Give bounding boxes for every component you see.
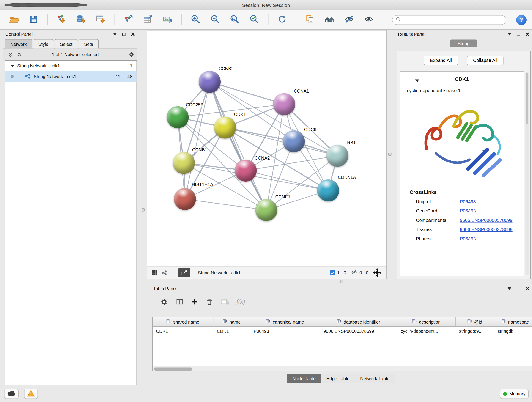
collapse-all-button[interactable]: Collapse All	[467, 56, 504, 65]
add-column-plus-icon[interactable]	[190, 298, 199, 306]
selected-checkbox-icon[interactable]	[330, 270, 335, 275]
warnings-button[interactable]	[24, 389, 38, 399]
zoom-in-button[interactable]	[190, 14, 201, 26]
search-input[interactable]	[403, 17, 503, 22]
network-edge[interactable]	[185, 82, 210, 199]
table-settings-gear-icon[interactable]	[160, 298, 168, 306]
crosslink-pharos-link[interactable]: P06493	[460, 236, 476, 242]
network-edge[interactable]	[246, 171, 328, 191]
column-header-namespace[interactable]: namespac	[494, 317, 532, 327]
tree-expand-caret-icon[interactable]	[11, 63, 14, 69]
panel-menu-icon[interactable]	[507, 32, 512, 37]
copy-document-button[interactable]	[304, 14, 316, 26]
memory-button[interactable]: Memory	[500, 389, 529, 399]
section-collapse-caret-icon[interactable]	[415, 77, 419, 84]
tab-style[interactable]: Style	[33, 39, 54, 49]
import-network-file-button[interactable]	[56, 14, 67, 26]
column-header-description[interactable]: description	[397, 317, 456, 327]
panel-menu-icon[interactable]	[507, 286, 512, 291]
tab-node-table[interactable]: Node Table	[287, 374, 321, 383]
hidden-eye-slash-icon[interactable]	[351, 269, 357, 276]
grid-view-icon[interactable]	[152, 270, 157, 275]
crosslink-genecard-link[interactable]: P06493	[460, 208, 476, 214]
network-canvas[interactable]: CCNB2CCNA1CDC25BCDK1CDC6RB1CCNB1CCNA2CDK…	[147, 31, 386, 266]
column-header-canonical-name[interactable]: canonical name	[250, 317, 320, 327]
column-header-database-identifier[interactable]: database identifier	[320, 317, 398, 327]
delete-column-trash-icon[interactable]	[206, 298, 214, 306]
left-splitter-handle[interactable]	[142, 208, 145, 211]
scrollbar-thumb[interactable]	[154, 367, 192, 370]
network-node-CCNA2[interactable]	[235, 160, 257, 182]
crosslinks-title: CrossLinks	[400, 183, 524, 197]
refresh-button[interactable]	[276, 14, 288, 26]
crosslink-uniprot-link[interactable]: P06493	[460, 199, 476, 204]
network-edge[interactable]	[225, 128, 338, 156]
expand-all-button[interactable]: Expand All	[424, 56, 458, 65]
network-node-CCNB2[interactable]	[199, 71, 221, 93]
export-network-button[interactable]	[123, 14, 134, 26]
import-table-button[interactable]	[95, 14, 107, 26]
column-header-name[interactable]: name	[214, 317, 250, 327]
network-edge[interactable]	[210, 82, 284, 104]
birdseye-network-icon[interactable]	[162, 270, 167, 275]
network-edge[interactable]	[210, 82, 266, 210]
network-node-RB1[interactable]	[326, 145, 348, 167]
network-row-selected[interactable]: String Network - cdk1 11 48	[5, 71, 137, 82]
window-zoom-button[interactable]	[18, 3, 88, 7]
network-node-CDKN1A[interactable]	[317, 179, 339, 201]
network-node-CDK1[interactable]	[214, 117, 236, 139]
tab-edge-table[interactable]: Edge Table	[321, 374, 355, 383]
column-header-shared-name[interactable]: shared name	[152, 317, 214, 327]
pan-crosshair-icon[interactable]	[373, 269, 381, 277]
horizontal-splitter-handle[interactable]	[340, 280, 343, 283]
network-edge[interactable]	[185, 199, 266, 210]
import-network-database-button[interactable]	[75, 14, 87, 26]
panel-float-icon[interactable]	[121, 32, 127, 37]
network-node-CCNB1[interactable]	[173, 152, 195, 174]
export-view-button[interactable]	[178, 268, 190, 277]
protein-section-header[interactable]: CDK1	[400, 71, 524, 86]
zoom-selected-button[interactable]	[249, 14, 260, 26]
open-session-button[interactable]	[8, 14, 20, 26]
cloud-status-button[interactable]	[4, 389, 19, 399]
network-node-CDC6[interactable]	[283, 130, 305, 153]
home-button[interactable]	[324, 14, 336, 26]
collapse-all-networks-icon[interactable]	[7, 52, 13, 57]
network-node-CCNE1[interactable]	[255, 199, 278, 221]
table-row[interactable]: CDK1 CDK1 P06493 9606.ENSP00000378699 cy…	[152, 327, 532, 336]
show-columns-icon[interactable]	[175, 298, 184, 306]
export-table-button[interactable]	[142, 14, 154, 26]
results-vertical-scrollbar[interactable]	[526, 72, 529, 275]
collection-network-count: 1	[130, 63, 133, 69]
column-header-id[interactable]: @id	[456, 317, 494, 327]
hide-details-button[interactable]	[343, 14, 355, 26]
panel-menu-icon[interactable]	[112, 32, 118, 37]
tab-select[interactable]: Select	[55, 39, 78, 49]
network-node-CCNA1[interactable]	[273, 93, 295, 115]
help-button[interactable]: ?	[516, 15, 526, 25]
panel-float-icon[interactable]	[515, 286, 521, 291]
zoom-fit-button[interactable]	[229, 14, 241, 26]
tab-network[interactable]: Network	[5, 39, 32, 49]
zoom-out-button[interactable]	[209, 14, 221, 26]
network-node-CDC25B[interactable]	[167, 106, 189, 128]
panel-float-icon[interactable]	[515, 32, 521, 37]
show-details-button[interactable]	[363, 14, 375, 26]
network-node-HIST1H1A[interactable]	[174, 188, 196, 210]
tab-string[interactable]: String	[450, 40, 477, 48]
panel-close-icon[interactable]	[525, 32, 530, 37]
panel-close-icon[interactable]	[130, 32, 135, 37]
crosslink-compartments-link[interactable]: 9606.ENSP00000378699	[460, 218, 513, 223]
network-node-label-CCNA1: CCNA1	[294, 89, 309, 94]
tab-network-table[interactable]: Network Table	[355, 374, 395, 383]
panel-close-icon[interactable]	[525, 286, 530, 291]
save-session-button[interactable]	[28, 14, 40, 26]
table-horizontal-scrollbar[interactable]	[152, 366, 532, 371]
right-splitter-handle[interactable]	[388, 153, 392, 156]
expand-all-networks-icon[interactable]	[17, 52, 22, 57]
network-collection-row[interactable]: String Network - cdk1 1	[5, 61, 137, 71]
export-image-button[interactable]	[162, 14, 174, 26]
crosslink-tissues-link[interactable]: 9606.ENSP00000378699	[460, 227, 513, 232]
gear-icon[interactable]	[128, 52, 134, 57]
tab-sets[interactable]: Sets	[79, 39, 99, 49]
